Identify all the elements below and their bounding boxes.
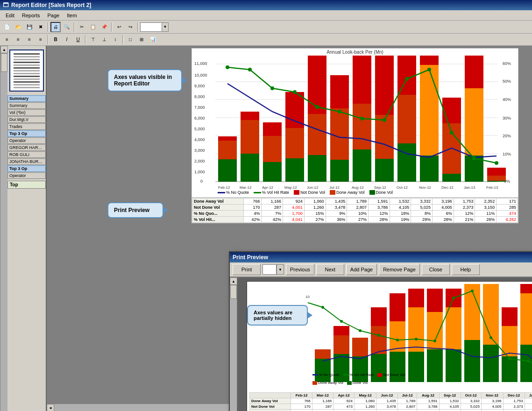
svg-rect-45 <box>353 104 371 149</box>
align-center-button[interactable]: ≡ <box>13 35 23 45</box>
app-icon: 🗔 <box>3 2 8 8</box>
align-justify-button[interactable]: ≡ <box>35 35 46 45</box>
pp-scroll-track <box>230 285 237 411</box>
svg-point-141 <box>452 297 455 299</box>
insert-button[interactable]: □ <box>125 35 135 45</box>
sep5 <box>48 35 49 44</box>
pp-page-selector[interactable]: 1 ▼ <box>262 264 284 275</box>
zoom-input[interactable]: 175 % <box>141 24 162 30</box>
pp-add-page-button[interactable]: Add Page <box>346 264 377 275</box>
svg-rect-50 <box>397 143 416 182</box>
print-button[interactable]: 🖨 <box>50 22 61 32</box>
print-preview-button[interactable]: 🔍 <box>62 22 72 32</box>
svg-text:Jun-12: Jun-12 <box>307 185 319 190</box>
svg-text:Apr-12: Apr-12 <box>351 386 361 387</box>
italic-button[interactable]: I <box>62 35 72 45</box>
pp-previous-button[interactable]: Previous <box>286 264 314 275</box>
svg-rect-60 <box>465 88 483 156</box>
svg-text:4,000: 4,000 <box>194 137 205 142</box>
svg-point-76 <box>472 156 476 160</box>
bottom-align-button[interactable]: ↕ <box>110 35 121 45</box>
separator1 <box>48 22 49 32</box>
pp-legend: % No Quote % Vol Hit Rate Not Done Vol D… <box>312 373 406 385</box>
svg-rect-46 <box>353 56 371 104</box>
pp-legend-vhr: % Vol Hit Rate <box>350 373 374 377</box>
align-right-button[interactable]: ≡ <box>24 35 35 45</box>
svg-point-140 <box>433 340 436 342</box>
pp-help-button[interactable]: Help <box>452 264 480 275</box>
svg-text:11,000: 11,000 <box>194 61 207 66</box>
main-hscroll-left[interactable]: ◄ <box>47 404 54 411</box>
pp-scroll-thumb[interactable] <box>230 285 237 299</box>
undo-button[interactable]: ↩ <box>114 22 124 32</box>
save-button[interactable]: 💾 <box>24 22 35 32</box>
svg-text:Oct-12: Oct-12 <box>397 185 408 190</box>
underline-button[interactable]: U <box>73 35 83 45</box>
pp-vscroll[interactable]: ▲ ▼ <box>230 277 237 411</box>
pp-page-input[interactable]: 1 <box>262 264 277 275</box>
svg-rect-104 <box>333 326 349 335</box>
scroll-up-button[interactable]: ▲ <box>0 46 8 53</box>
page-thumbnail[interactable] <box>9 50 44 92</box>
svg-rect-64 <box>487 168 506 176</box>
svg-rect-114 <box>408 307 424 352</box>
toolbar: 📄 📂 💾 ✖ 🖨 🔍 ✂ 📋 📌 ↩ ↪ 175 % ▼ <box>0 21 532 34</box>
svg-rect-112 <box>390 293 405 321</box>
open-button[interactable]: 📂 <box>13 22 23 32</box>
svg-text:10,000: 10,000 <box>194 73 207 78</box>
copy-button[interactable]: 📋 <box>88 22 98 32</box>
separator4 <box>137 22 138 32</box>
pp-page-content: Axes values are partially hidden 60% 50%… <box>247 281 532 411</box>
svg-rect-101 <box>315 349 331 359</box>
middle-align-button[interactable]: ⊥ <box>99 35 109 45</box>
svg-rect-103 <box>333 335 349 354</box>
svg-text:1,000: 1,000 <box>194 170 205 174</box>
menu-reports[interactable]: Reports <box>18 12 44 19</box>
svg-rect-108 <box>371 326 387 354</box>
svg-rect-58 <box>442 98 461 123</box>
new-button[interactable]: 📄 <box>2 22 12 32</box>
svg-point-65 <box>226 65 229 69</box>
report-editor-chart: Annual Look-back Per (Mn) 11,000 10,000 … <box>192 48 518 198</box>
svg-text:Jul-12: Jul-12 <box>329 185 340 190</box>
chart-button[interactable]: 📊 <box>148 35 158 45</box>
svg-text:30%: 30% <box>503 116 511 120</box>
pp-next-button[interactable]: Next <box>316 264 344 275</box>
svg-text:Nov-12: Nov-12 <box>419 185 431 190</box>
close-doc-button[interactable]: ✖ <box>35 22 46 32</box>
svg-rect-31 <box>241 112 259 120</box>
svg-point-75 <box>450 131 454 135</box>
pp-legend-dv: Done Vol <box>353 381 368 385</box>
paste-button[interactable]: 📌 <box>99 22 109 32</box>
pp-legend-nq: % No Quote <box>319 373 340 377</box>
top-align-button[interactable]: ⊤ <box>88 35 98 45</box>
table-cell: 766 <box>291 398 312 404</box>
svg-rect-126 <box>502 356 518 382</box>
zoom-dropdown-button[interactable]: ▼ <box>162 23 168 31</box>
bold-button[interactable]: B <box>50 35 61 45</box>
pp-print-button[interactable]: Print <box>233 264 261 275</box>
annotation-3-text: Axes values are partially hidden <box>254 310 292 321</box>
pp-close-button[interactable]: Close <box>422 264 450 275</box>
menu-edit[interactable]: Edit <box>2 12 18 19</box>
svg-rect-47 <box>375 159 394 182</box>
scroll-thumb[interactable] <box>1 53 7 72</box>
menu-page[interactable]: Page <box>44 12 64 19</box>
svg-point-142 <box>471 290 474 292</box>
cut-button[interactable]: ✂ <box>77 22 87 32</box>
zoom-combo[interactable]: 175 % ▼ <box>140 22 169 32</box>
align-left-button[interactable]: ≡ <box>2 35 12 45</box>
pp-page-dropdown[interactable]: ▼ <box>277 264 284 275</box>
report-editor-table: Done Away Vol 766 1,166 924 1,060 1,435 … <box>192 198 518 223</box>
svg-rect-111 <box>390 321 405 352</box>
svg-rect-27 <box>218 141 237 159</box>
svg-rect-38 <box>308 155 326 182</box>
redo-button[interactable]: ↪ <box>125 22 135 32</box>
grid-button[interactable]: ⊞ <box>136 35 147 45</box>
menu-item[interactable]: Item <box>63 12 80 19</box>
pp-remove-page-button[interactable]: Remove Page <box>379 264 420 275</box>
svg-text:20%: 20% <box>503 134 511 138</box>
table-cell: 2,352 <box>525 398 532 404</box>
pp-scroll-up[interactable]: ▲ <box>230 277 237 285</box>
svg-rect-119 <box>446 349 461 382</box>
